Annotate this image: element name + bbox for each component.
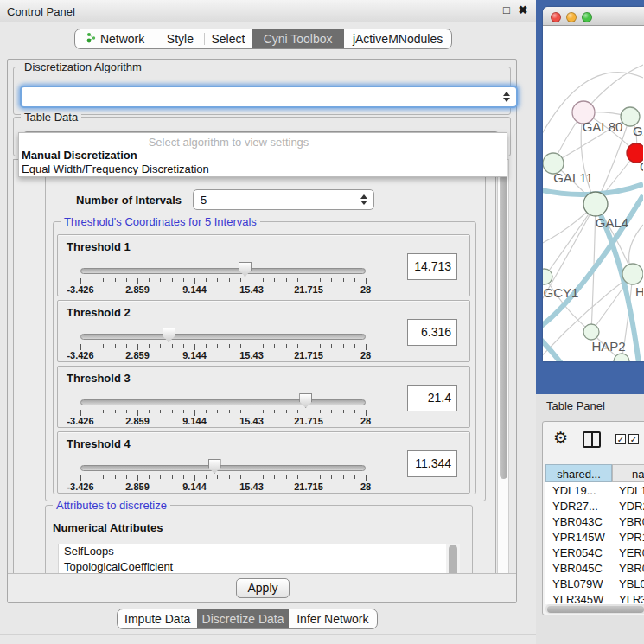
table-row[interactable]: YBR043CYBR043C (545, 513, 644, 529)
tick-mark (137, 344, 138, 350)
tick-mark (183, 475, 184, 479)
popup-option[interactable]: Manual Discretization (22, 149, 137, 162)
slider-thumb[interactable] (163, 328, 175, 342)
tab-label: Discretize Data (202, 612, 284, 626)
table-row[interactable]: YDR27...YDR27... (545, 498, 644, 513)
popup-option[interactable]: Equal Width/Frequency Discretization (22, 163, 209, 175)
table-cell[interactable]: YBL079W (545, 576, 612, 591)
table-cell[interactable]: YLR345W (545, 591, 612, 604)
table-cell[interactable]: YPR145W (545, 529, 612, 545)
checkbox-checked-icon[interactable]: ✓ (628, 434, 639, 444)
tick-mark (92, 278, 92, 282)
table-cell[interactable]: YBL079W (612, 576, 644, 591)
threshold-panel-4: Threshold 4-3.4262.8599.14415.4321.71528… (57, 431, 470, 494)
minimize-light[interactable] (566, 12, 577, 22)
tab-cyni-toolbox[interactable]: Cyni Toolbox (252, 29, 344, 48)
table-cell[interactable]: YLR345W (612, 591, 644, 604)
table-cell[interactable]: YDL19... (612, 482, 644, 498)
slider-track[interactable] (80, 268, 366, 274)
table-cell[interactable]: YBR043C (545, 513, 612, 529)
table-cell[interactable]: YER054C (545, 545, 612, 560)
threshold-value-field[interactable]: 21.4 (407, 385, 457, 411)
threshold-value-field[interactable]: 6.316 (407, 319, 457, 346)
table-horizontal-scrollbar[interactable] (545, 604, 644, 614)
threshold-label: Threshold 4 (67, 437, 131, 450)
slider-thumb[interactable] (208, 459, 221, 474)
table-cell[interactable]: YDR27... (612, 498, 644, 513)
table-cell[interactable]: YPR145W (612, 529, 644, 545)
tick-mark (331, 410, 332, 413)
slider-thumb[interactable] (239, 262, 252, 277)
table-row[interactable]: YDL19...YDL19... (545, 482, 644, 498)
attribute-list-item[interactable]: SelfLoops (59, 544, 446, 559)
attributes-scrollbar[interactable] (446, 544, 460, 574)
attribute-list-item[interactable]: TopologicalCoefficient (59, 559, 446, 574)
algorithm-combobox[interactable] (20, 86, 518, 108)
divider (0, 634, 536, 635)
table-cell[interactable]: YBR043C (612, 513, 644, 529)
tab-jactivemnodules[interactable]: jActiveMNodules (344, 29, 451, 48)
close-icon[interactable]: ✖ (516, 3, 530, 17)
network-node-hap2[interactable] (583, 324, 599, 340)
tick-mark (320, 475, 321, 479)
tick-mark (126, 278, 127, 282)
table-row[interactable]: YPR145WYPR145W (545, 529, 644, 545)
slider-track[interactable] (80, 334, 366, 340)
tick-mark (331, 344, 332, 348)
network-view-frame: GAL80GACGAL11GAL4GCY1HHAP2 (536, 0, 644, 394)
network-node[interactable] (614, 354, 629, 361)
tab-label: Style (167, 32, 194, 46)
tick-label: 9.144 (182, 350, 207, 360)
column-header-name[interactable]: name (612, 464, 644, 482)
tick-mark (366, 278, 367, 284)
column-header-shared-name[interactable]: shared... (545, 464, 612, 482)
threshold-value-field[interactable]: 14.713 (407, 253, 457, 280)
close-light[interactable] (551, 12, 561, 22)
network-node-gal4[interactable] (583, 192, 608, 216)
float-window-icon[interactable]: □ (500, 3, 513, 17)
threshold-value-field[interactable]: 11.344 (407, 450, 457, 477)
table-cell[interactable]: YBR045C (612, 560, 644, 576)
tab-style[interactable]: Style (156, 29, 204, 48)
tick-label: 28 (360, 416, 371, 426)
tick-mark (252, 344, 252, 350)
network-window: GAL80GACGAL11GAL4GCY1HHAP2 (543, 7, 644, 361)
table-cell[interactable]: YER054C (612, 545, 644, 560)
tab-network[interactable]: Network (75, 29, 156, 48)
gear-icon[interactable]: ⚙ (553, 428, 568, 448)
table-cell[interactable]: YDR27... (545, 498, 612, 513)
number-of-intervals-value: 5 (201, 194, 207, 207)
split-table-icon[interactable] (583, 431, 601, 448)
slider-thumb[interactable] (299, 393, 312, 408)
node-label: C (640, 159, 643, 174)
checkbox-checked-icon[interactable]: ✓ (615, 434, 626, 444)
table-row[interactable]: YBL079WYBL079W (545, 576, 644, 591)
numerical-attributes-label: Numerical Attributes (53, 521, 163, 534)
tick-mark (103, 344, 104, 348)
tab-infer-network[interactable]: Infer Network (289, 609, 377, 628)
tab-discretize-data[interactable]: Discretize Data (197, 609, 288, 628)
table-row[interactable]: YER054CYER054C (545, 545, 644, 560)
table-cell[interactable]: YDL19... (545, 482, 612, 498)
tick-mark (366, 410, 367, 416)
table-cell[interactable]: YBR045C (545, 560, 612, 576)
network-canvas[interactable]: GAL80GACGAL11GAL4GCY1HHAP2 (543, 26, 643, 361)
apply-button[interactable]: Apply (236, 578, 290, 598)
network-node-gcy1[interactable] (543, 269, 552, 284)
table-row[interactable]: YLR345WYLR345W (545, 591, 644, 604)
table-row[interactable]: YBR045CYBR045C (545, 560, 644, 576)
tick-mark (80, 344, 81, 350)
tab-impute-data[interactable]: Impute Data (118, 609, 197, 628)
tick-mark (217, 475, 218, 479)
main-scrollbar[interactable] (497, 159, 509, 574)
slider-track[interactable] (80, 465, 366, 471)
number-of-intervals-combobox[interactable]: 5 (193, 189, 374, 210)
group-label: Attributes to discretize (53, 499, 170, 512)
threshold-panel-1: Threshold 1-3.4262.8599.14415.4321.71528… (57, 234, 470, 296)
tick-label: -3.426 (67, 350, 93, 360)
zoom-light[interactable] (582, 12, 592, 22)
threshold-label: Threshold 2 (67, 306, 131, 319)
tab-select[interactable]: Select (205, 29, 252, 48)
slider-track[interactable] (80, 399, 366, 405)
network-node-h[interactable] (622, 264, 643, 284)
